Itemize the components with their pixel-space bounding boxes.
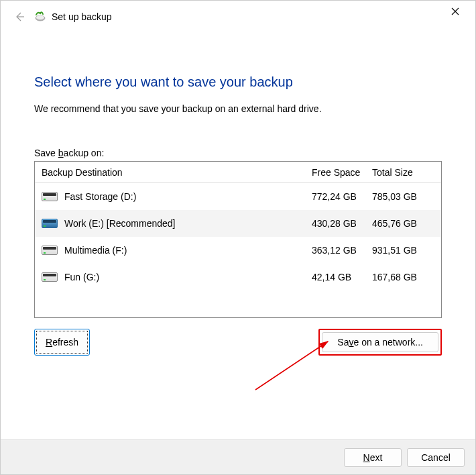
- drive-row[interactable]: Fast Storage (D:)772,24 GB785,03 GB: [35, 183, 441, 210]
- drive-list[interactable]: Backup Destination Free Space Total Size…: [34, 161, 442, 318]
- titlebar: Set up backup: [1, 1, 475, 33]
- drive-name: Multimedia (F:): [64, 245, 127, 256]
- drive-free-space: 42,14 GB: [312, 272, 372, 282]
- button-label: ext: [370, 452, 383, 463]
- drive-name: Fast Storage (D:): [64, 191, 136, 202]
- col-total-size: Total Size: [372, 167, 436, 178]
- drive-total-size: 167,68 GB: [372, 272, 436, 282]
- svg-point-1: [36, 15, 44, 19]
- drive-total-size: 785,03 GB: [372, 191, 436, 202]
- button-label: N: [363, 452, 370, 463]
- drive-name: Fun (G:): [64, 272, 99, 282]
- drive-free-space: 772,24 GB: [312, 191, 372, 202]
- next-button[interactable]: Next: [344, 448, 402, 467]
- save-on-network-button[interactable]: Save on a network...: [322, 332, 438, 352]
- col-free-space: Free Space: [312, 167, 372, 178]
- main-content: Select where you want to save your backu…: [1, 33, 475, 356]
- hard-drive-icon: [42, 272, 58, 282]
- drive-free-space: 363,12 GB: [312, 245, 372, 256]
- drive-destination-cell: Multimedia (F:): [35, 245, 312, 256]
- label-text: ackup on:: [64, 148, 105, 158]
- drive-row[interactable]: Multimedia (F:)363,12 GB931,51 GB: [35, 237, 441, 264]
- drive-list-header: Backup Destination Free Space Total Size: [35, 162, 441, 183]
- annotation-highlight-box: Save on a network...: [318, 329, 442, 356]
- drive-row[interactable]: Work (E:) [Recommended]430,28 GB465,76 G…: [35, 210, 441, 237]
- drive-total-size: 931,51 GB: [372, 245, 436, 256]
- hard-drive-icon: [42, 246, 58, 255]
- drive-total-size: 465,76 GB: [372, 218, 436, 229]
- label-text: Save: [34, 148, 58, 158]
- drive-destination-cell: Fun (G:): [35, 272, 312, 282]
- save-on-label: Save backup on:: [34, 148, 442, 158]
- col-destination: Backup Destination: [35, 167, 312, 178]
- hard-drive-icon: [42, 219, 58, 228]
- refresh-button[interactable]: Refresh: [34, 329, 90, 356]
- button-label: R: [46, 337, 52, 348]
- close-button[interactable]: [442, 1, 469, 22]
- label-text: b: [58, 148, 64, 158]
- hard-drive-icon: [42, 192, 58, 201]
- window-title: Set up backup: [52, 11, 442, 22]
- back-button[interactable]: [10, 7, 29, 26]
- backup-wizard-icon: [34, 11, 46, 23]
- wizard-footer: Next Cancel: [1, 439, 475, 474]
- cancel-button[interactable]: Cancel: [407, 448, 465, 467]
- drive-list-empty-space: [35, 291, 441, 317]
- page-heading: Select where you want to save your backu…: [34, 74, 442, 90]
- button-label: Sa: [337, 337, 349, 348]
- button-label: efresh: [52, 337, 78, 348]
- page-subtext: We recommend that you save your backup o…: [34, 103, 442, 114]
- drive-free-space: 430,28 GB: [312, 218, 372, 229]
- drive-name: Work (E:) [Recommended]: [64, 218, 175, 229]
- drive-row[interactable]: Fun (G:)42,14 GB167,68 GB: [35, 264, 441, 291]
- drive-destination-cell: Fast Storage (D:): [35, 191, 312, 202]
- action-row: Refresh Save on a network...: [34, 329, 442, 356]
- drive-destination-cell: Work (E:) [Recommended]: [35, 218, 312, 229]
- button-label: e on a network...: [353, 337, 423, 348]
